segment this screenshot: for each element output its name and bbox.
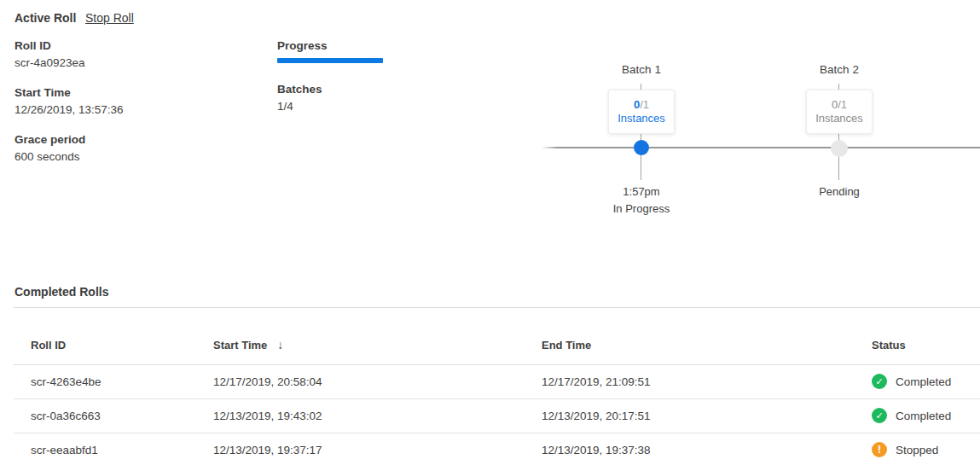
status-cell: Stopped xyxy=(872,442,980,457)
table-header-row: Roll ID Start Time↓ End Time Status xyxy=(14,308,980,364)
table-row[interactable]: scr-0a36c663 12/13/2019, 19:43:02 12/13/… xyxy=(14,398,980,433)
batch-2-instances-label: Instances xyxy=(807,112,872,125)
cell-start-time: 12/13/2019, 19:43:02 xyxy=(213,398,542,433)
rollout-timeline: Batch 1 0/1 Instances 1:57pm In Progress… xyxy=(0,0,980,239)
start-time-header-label: Start Time xyxy=(213,339,267,352)
batch-1-instance-count: 0/1 xyxy=(609,98,674,112)
completed-rolls-section: Completed Rolls Roll ID Start Time↓ End … xyxy=(0,286,980,465)
batch-1-instances-card[interactable]: 0/1 Instances xyxy=(608,90,675,134)
column-header-end-time[interactable]: End Time xyxy=(542,308,872,364)
batch-2-instances-card[interactable]: 0/1 Instances xyxy=(806,90,873,134)
column-header-start-time[interactable]: Start Time↓ xyxy=(213,308,542,364)
cell-roll-id: scr-4263e4be xyxy=(14,364,213,398)
batch-1-name: Batch 1 xyxy=(573,63,710,76)
table-row[interactable]: scr-eeaabfd1 12/13/2019, 19:37:17 12/13/… xyxy=(14,433,980,465)
cell-start-time: 12/13/2019, 19:37:17 xyxy=(213,433,542,465)
batch-2-name: Batch 2 xyxy=(771,63,908,76)
cell-end-time: 12/17/2019, 21:09:51 xyxy=(542,364,872,398)
completed-rolls-table: Roll ID Start Time↓ End Time Status scr-… xyxy=(14,308,980,465)
status-label: Stopped xyxy=(896,444,938,456)
active-roll-section: Active Roll Stop Roll Roll ID scr-4a0923… xyxy=(0,0,980,286)
status-label: Completed xyxy=(896,375,951,388)
column-header-roll-id[interactable]: Roll ID xyxy=(14,308,213,364)
status-stopped-icon xyxy=(872,442,887,457)
batch-2-instance-count: 0/1 xyxy=(807,98,872,112)
batch-1-instances-label: Instances xyxy=(609,112,674,125)
cell-start-time: 12/17/2019, 20:58:04 xyxy=(213,364,542,398)
batch-2-status: Pending xyxy=(771,185,908,198)
table-row[interactable]: scr-4263e4be 12/17/2019, 20:58:04 12/17/… xyxy=(14,364,980,398)
cell-roll-id: scr-eeaabfd1 xyxy=(14,433,213,465)
batch-1-time: 1:57pm xyxy=(573,185,710,198)
status-cell: Completed xyxy=(872,374,980,389)
status-cell: Completed xyxy=(872,408,980,423)
status-completed-icon xyxy=(872,408,887,423)
sort-descending-icon[interactable]: ↓ xyxy=(277,338,283,352)
timeline-axis-line xyxy=(542,147,980,148)
batch-2-timeline-dot[interactable] xyxy=(831,140,848,157)
batch-2-count-total: /1 xyxy=(838,98,847,111)
completed-rolls-title: Completed Rolls xyxy=(14,286,980,298)
status-label: Completed xyxy=(896,410,951,422)
cell-roll-id: scr-0a36c663 xyxy=(14,398,213,433)
batch-1-timeline-dot[interactable] xyxy=(634,140,649,155)
cell-end-time: 12/13/2019, 19:37:38 xyxy=(542,433,872,465)
column-header-status[interactable]: Status xyxy=(872,308,980,364)
status-completed-icon xyxy=(872,374,887,389)
batch-1-status: In Progress xyxy=(573,202,710,215)
batch-1-count-total: /1 xyxy=(640,98,649,111)
cell-end-time: 12/13/2019, 20:17:51 xyxy=(542,398,872,433)
